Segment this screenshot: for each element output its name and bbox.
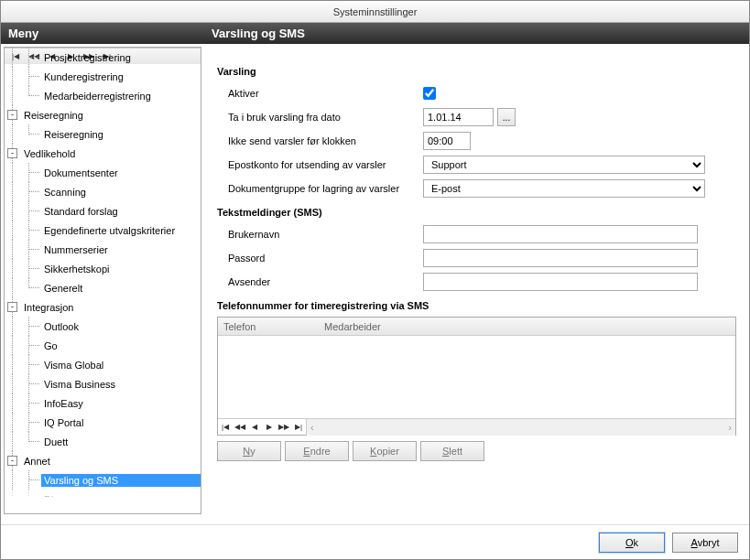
tree-item-label: Kunderegistrering — [41, 70, 201, 83]
input-brukernavn[interactable] — [423, 225, 698, 243]
table-nav-prev-page-icon[interactable]: ◀◀ — [233, 421, 247, 434]
tree-item-label: Varsling og SMS — [41, 474, 201, 487]
tree-view: ProsjektregistreringKunderegistreringMed… — [4, 47, 201, 514]
tree-item-label: Medarbeiderregistrering — [41, 90, 201, 102]
tree-item[interactable]: Generelt — [5, 278, 201, 297]
sidebar-header: Meny — [1, 23, 204, 44]
label-avsender: Avsender — [217, 276, 423, 287]
tree-item-label: Annet — [21, 455, 201, 468]
tree-item-label: Visma Business — [41, 378, 201, 391]
tree-item[interactable]: Outlook — [5, 317, 201, 336]
label-dokgruppe: Dokumentgruppe for lagring av varsler — [217, 183, 423, 194]
tree-item[interactable]: Sikkerhetskopi — [5, 259, 201, 278]
tree-item-label: Standard forslag — [41, 205, 201, 218]
section-phone: Telefonnummer for timeregistrering via S… — [217, 300, 736, 311]
tree-item-label: Reiseregning — [41, 128, 201, 141]
tree-item-label: Go — [41, 339, 201, 352]
input-fradato[interactable] — [423, 108, 494, 126]
tree-item[interactable]: Diverse — [5, 490, 201, 497]
col-medarbeider[interactable]: Medarbeider — [319, 321, 386, 332]
tree-item-label: Diverse — [41, 493, 201, 498]
tree-item[interactable]: Egendefinerte utvalgskriterier — [5, 221, 201, 240]
ok-button[interactable]: Ok — [599, 533, 665, 553]
input-avsender[interactable] — [423, 273, 698, 291]
input-klokken[interactable] — [423, 132, 471, 150]
tree-item[interactable]: -Reiseregning — [5, 105, 201, 124]
table-nav-first-icon[interactable]: |◀ — [218, 421, 233, 434]
tree-item[interactable]: Visma Global — [5, 355, 201, 374]
table-nav-next-page-icon[interactable]: ▶▶ — [277, 421, 291, 434]
section-varsling: Varsling — [217, 66, 736, 77]
tree-item[interactable]: Varsling og SMS — [5, 470, 201, 490]
collapse-icon[interactable]: - — [7, 110, 17, 120]
table-nav-prev-icon[interactable]: ◀ — [247, 421, 262, 434]
slett-button[interactable]: Slett — [420, 441, 484, 461]
tree-item-label: Sikkerhetskopi — [41, 263, 201, 275]
tree-item-label: Nummerserier — [41, 243, 201, 256]
tree-item[interactable]: -Vedlikehold — [5, 144, 201, 163]
tree-item-label: Prosjektregistrering — [41, 51, 201, 64]
table-nav-last-icon[interactable]: ▶| — [291, 421, 306, 434]
collapse-icon[interactable]: - — [7, 148, 17, 158]
label-fradato: Ta i bruk varsling fra dato — [217, 112, 423, 123]
tree-item[interactable]: Go — [5, 336, 201, 355]
tree-item[interactable]: Prosjektregistrering — [5, 48, 201, 67]
select-epost[interactable]: Support — [423, 156, 705, 174]
date-picker-button[interactable]: ... — [497, 108, 516, 126]
tree-item[interactable]: IQ Portal — [5, 413, 201, 432]
select-dokgruppe[interactable]: E-post — [423, 179, 705, 198]
tree-item[interactable]: Visma Business — [5, 374, 201, 393]
tree-item[interactable]: -Integrasjon — [5, 297, 201, 317]
tree-item[interactable]: Kunderegistrering — [5, 67, 201, 86]
checkbox-aktiver[interactable] — [423, 87, 436, 100]
tree-item-label: IQ Portal — [41, 416, 201, 429]
table-nav-next-icon[interactable]: ▶ — [262, 421, 277, 434]
label-passord: Passord — [217, 253, 423, 264]
collapse-icon[interactable]: - — [7, 456, 17, 466]
tree-item-label: Visma Global — [41, 359, 201, 372]
tree-item-label: Egendefinerte utvalgskriterier — [41, 224, 201, 237]
tree-item-label: Scanning — [41, 186, 201, 199]
label-aktiver: Aktiver — [217, 88, 423, 99]
section-sms: Tekstmeldinger (SMS) — [217, 207, 736, 218]
col-telefon[interactable]: Telefon — [218, 321, 319, 332]
collapse-icon[interactable]: - — [7, 302, 17, 312]
tree-item[interactable]: Dokumentsenter — [5, 163, 201, 182]
label-brukernavn: Brukernavn — [217, 229, 423, 240]
tree-item-label: Reiseregning — [21, 109, 201, 122]
tree-item-label: Outlook — [41, 320, 201, 333]
tree-item[interactable]: InfoEasy — [5, 393, 201, 413]
tree-item-label: Duett — [41, 436, 201, 448]
tree-item[interactable]: Reiseregning — [5, 124, 201, 144]
label-klokken: Ikke send varsler før klokken — [217, 135, 423, 146]
tree-item-label: Vedlikehold — [21, 147, 201, 160]
input-passord[interactable] — [423, 249, 698, 267]
ny-button[interactable]: Ny — [217, 441, 281, 461]
tree-item[interactable]: Standard forslag — [5, 201, 201, 221]
tree-item[interactable]: -Annet — [5, 451, 201, 470]
label-epost: Epostkonto for utsending av varsler — [217, 159, 423, 170]
avbryt-button[interactable]: Avbryt — [672, 533, 738, 553]
tree-item-label: Dokumentsenter — [41, 167, 201, 179]
window-title: Systeminnstillinger — [1, 1, 749, 23]
content-header: Varsling og SMS — [204, 23, 749, 44]
tree-item[interactable]: Medarbeiderregistrering — [5, 86, 201, 105]
horizontal-scrollbar[interactable]: ‹› — [306, 419, 735, 436]
phone-table: Telefon Medarbeider |◀ ◀◀ ◀ ▶ ▶▶ ▶| ‹› — [217, 317, 736, 436]
kopier-button[interactable]: Kopier — [353, 441, 417, 461]
tree-item[interactable]: Scanning — [5, 182, 201, 201]
endre-button[interactable]: Endre — [285, 441, 349, 461]
tree-item-label: Generelt — [41, 282, 201, 295]
tree-item-label: InfoEasy — [41, 397, 201, 410]
tree-item[interactable]: Duett — [5, 432, 201, 451]
tree-item-label: Integrasjon — [21, 301, 201, 314]
tree-item[interactable]: Nummerserier — [5, 240, 201, 259]
